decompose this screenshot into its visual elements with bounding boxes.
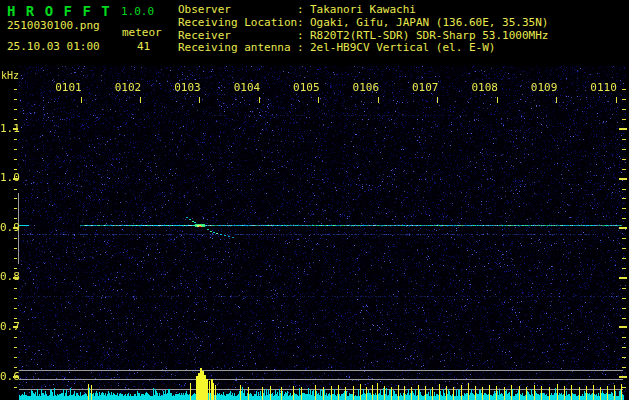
- freq-tick-label: 1.0: [0, 172, 13, 184]
- freq-minor-tick: [14, 208, 17, 209]
- freq-tick-label: 0.9: [0, 222, 13, 234]
- freq-minor-tick: [14, 109, 17, 110]
- station-info: Observer:Takanori Kawachi Receiving Loca…: [178, 4, 548, 55]
- station-row-colon: :: [297, 17, 310, 30]
- freq-minor-tick: [14, 268, 17, 269]
- freq-minor-tick: [14, 198, 17, 199]
- station-row-label: Receiver: [178, 30, 297, 43]
- freq-minor-tick: [14, 149, 17, 150]
- freq-minor-tick: [14, 218, 17, 219]
- station-row-value: Takanori Kawachi: [310, 4, 416, 17]
- freq-minor-tick: [14, 367, 17, 368]
- freq-tick-label: 0.8: [0, 271, 13, 283]
- freq-minor-tick: [14, 387, 17, 388]
- freq-minor-tick: [14, 169, 17, 170]
- station-row: Receiving Location:Ogaki, Gifu, JAPAN (1…: [178, 17, 548, 30]
- freq-minor-tick: [14, 238, 17, 239]
- station-row-label: Receiving Location: [178, 17, 297, 30]
- freq-tick-label: 1.1: [0, 123, 13, 135]
- mode-label: meteor: [122, 26, 162, 39]
- freq-minor-tick: [14, 159, 17, 160]
- freq-minor-tick: [14, 288, 17, 289]
- station-row: Receiving antenna:2el-HB9CV Vertical (el…: [178, 42, 548, 55]
- freq-minor-tick: [14, 119, 17, 120]
- freq-minor-tick: [14, 357, 17, 358]
- station-row-label: Receiving antenna: [178, 42, 297, 55]
- freq-minor-tick: [14, 248, 17, 249]
- freq-minor-tick: [14, 298, 17, 299]
- freq-tick-label: 0.7: [0, 321, 13, 333]
- freq-minor-tick: [14, 189, 17, 190]
- freq-minor-tick: [14, 89, 17, 90]
- hrofft-window: H R O F F T 1.0.0 2510030100.png meteor …: [0, 0, 629, 400]
- station-row-value: 2el-HB9CV Vertical (el. E-W): [310, 42, 495, 55]
- station-row-colon: :: [297, 4, 310, 17]
- freq-minor-tick: [14, 139, 17, 140]
- freq-minor-tick: [14, 308, 17, 309]
- freq-tick-label: 0.6: [0, 371, 13, 383]
- freq-axis-unit: kHz: [1, 70, 19, 81]
- datetime-label: 25.10.03 01:00: [7, 40, 100, 53]
- freq-minor-tick: [14, 337, 17, 338]
- freq-minor-tick: [14, 347, 17, 348]
- meteor-count: 41: [137, 40, 150, 53]
- freq-minor-tick: [14, 318, 17, 319]
- output-filename: 2510030100.png: [7, 19, 100, 32]
- freq-minor-tick: [14, 99, 17, 100]
- spectrogram-canvas: [18, 66, 626, 400]
- app-version: 1.0.0: [121, 5, 154, 18]
- station-row-label: Observer: [178, 4, 297, 17]
- station-row-colon: :: [297, 42, 310, 55]
- app-title: H R O F F T: [7, 3, 111, 19]
- station-row: Observer:Takanori Kawachi: [178, 4, 548, 17]
- station-row-value: Ogaki, Gifu, JAPAN (136.60E, 35.35N): [310, 17, 548, 30]
- freq-minor-tick: [14, 258, 17, 259]
